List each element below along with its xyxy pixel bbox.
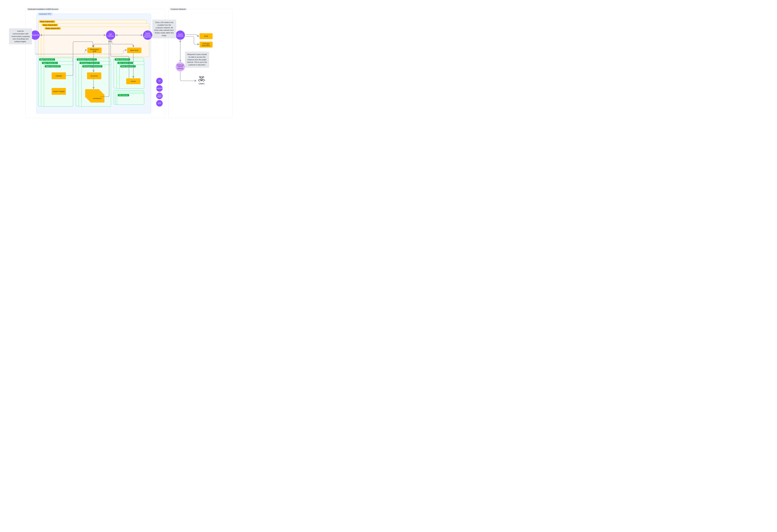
cluster-fargate: cluster Fargate [51, 88, 66, 95]
note-igw: Required if users should be able to acce… [185, 51, 209, 68]
cloudwatch-icon: Cloud Watch [156, 93, 163, 99]
transit-gateway-attachment-icon: Transit Gateway Attachment [143, 30, 152, 40]
package-repository: Package Repository [200, 42, 213, 47]
workspace-nlb: Workspace NLB [87, 47, 102, 53]
dynamodb-icon: DynamoDB [156, 85, 163, 92]
install-account-label: Dedicated Installation & AWS Account [27, 8, 59, 10]
ecr-icon: ECR [156, 100, 163, 107]
note-routable: Only a /25 needs to be routable from the… [152, 20, 176, 38]
note-privatelink: Used for communication with control plan… [9, 28, 32, 44]
db-subnets: DB Subnets [114, 90, 144, 104]
internet-gateway-icon: [Optional] Internet Gateway [176, 62, 185, 72]
meta-nlb: Meta NLB [127, 47, 141, 53]
nat-gateway-icon: NAT Gateway [106, 30, 115, 40]
customer-network-label: Customer Network [170, 8, 187, 10]
architecture-diagram: Dedicated Installation & AWS Account Ded… [0, 0, 242, 133]
svg-point-2 [201, 77, 203, 79]
workspace-node: workspace [85, 89, 99, 98]
s3-icon: S3 [156, 78, 163, 84]
users-icon: Users [197, 76, 206, 85]
server: server [126, 78, 140, 84]
ws-proxy: ws-proxy [87, 73, 101, 79]
transit-gateway-icon: Transit Gateway [176, 30, 185, 40]
scm: SCM [200, 33, 213, 39]
cellstate: cellstate [51, 73, 66, 79]
vpc-label: Dedicated VPC [38, 13, 53, 15]
mgmt-subnets: Mgmt Subnet AZ1 Mgmt Subnet AZ2 Mgmt Sub… [38, 58, 73, 106]
